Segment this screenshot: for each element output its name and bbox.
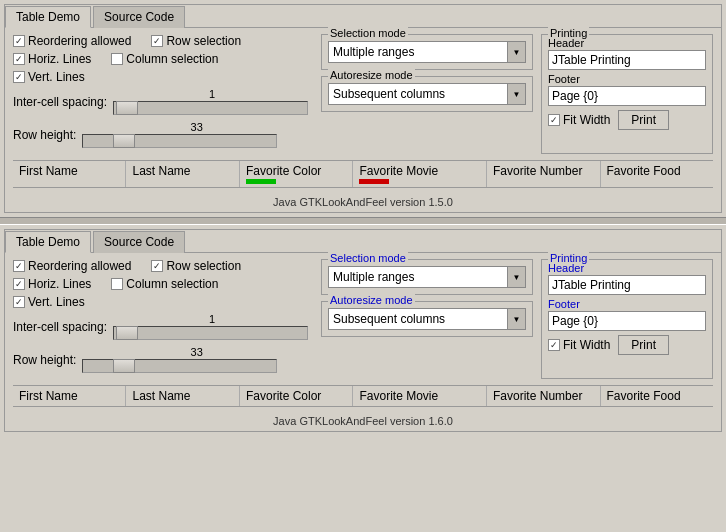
print-button-1[interactable]: Print [618,110,669,130]
footer-label-2: Footer [548,298,706,310]
vert-lines-checkbox-1[interactable]: Vert. Lines [13,70,85,84]
movie-indicator-1: Favorite Movie [359,164,480,178]
col-favmovie-1: Favorite Movie [353,161,487,187]
row-height-group-1: Row height: 33 [13,121,313,148]
col-selection-checkbox-2[interactable]: Column selection [111,277,218,291]
row-height-thumb-2[interactable] [113,359,135,373]
checkboxes-row3-1: Vert. Lines [13,70,313,84]
vert-lines-checkbox-2[interactable]: Vert. Lines [13,295,85,309]
selection-mode-arrow-2[interactable]: ▼ [507,267,525,287]
main-layout-1: Reordering allowed Row selection Horiz. … [13,34,713,154]
left-controls-2: Reordering allowed Row selection Horiz. … [13,259,313,379]
reordering-box-2[interactable] [13,260,25,272]
col-selection-box-2[interactable] [111,278,123,290]
fit-width-box-2[interactable] [548,339,560,351]
fit-width-box-1[interactable] [548,114,560,126]
vert-lines-box-2[interactable] [13,296,25,308]
checkboxes-row2-1: Horiz. Lines Column selection [13,52,313,66]
table-header-2: First Name Last Name Favorite Color Favo… [13,385,713,407]
col-firstname-2: First Name [13,386,126,406]
autoresize-mode-title-2: Autoresize mode [328,294,415,306]
footer-input-1[interactable] [548,86,706,106]
row-selection-box-1[interactable] [151,35,163,47]
movie-red-bar-1 [359,179,389,184]
printing-title-1: Printing [548,27,589,39]
col-selection-checkbox-1[interactable]: Column selection [111,52,218,66]
autoresize-mode-arrow-2[interactable]: ▼ [507,309,525,329]
selection-mode-arrow-1[interactable]: ▼ [507,42,525,62]
checkboxes-row3-2: Vert. Lines [13,295,313,309]
fit-width-checkbox-1[interactable]: Fit Width [548,113,610,127]
vert-lines-box-1[interactable] [13,71,25,83]
inter-cell-value-2: 1 [209,313,215,325]
print-button-2[interactable]: Print [618,335,669,355]
middle-controls-2: Selection mode Multiple ranges ▼ Autores… [321,259,533,379]
inter-cell-thumb-2[interactable] [116,326,138,340]
horiz-lines-checkbox-1[interactable]: Horiz. Lines [13,52,91,66]
row-height-value-2: 33 [191,346,203,358]
autoresize-mode-select-1[interactable]: Subsequent columns ▼ [328,83,526,105]
selection-mode-title-1: Selection mode [328,27,408,39]
tab-source-code-1[interactable]: Source Code [93,6,185,28]
col-lastname-1: Last Name [126,161,239,187]
tab-bar-1: Table Demo Source Code [5,5,721,28]
header-input-2[interactable] [548,275,706,295]
inter-cell-group-2: Inter-cell spacing: 1 [13,313,313,340]
inter-cell-slider-2[interactable] [113,326,308,340]
row-selection-checkbox-1[interactable]: Row selection [151,34,241,48]
autoresize-mode-select-2[interactable]: Subsequent columns ▼ [328,308,526,330]
tab-table-demo-2[interactable]: Table Demo [5,231,91,253]
row-height-slider-1[interactable] [82,134,277,148]
printing-title-2: Printing [548,252,589,264]
fit-width-checkbox-2[interactable]: Fit Width [548,338,610,352]
col-favcolor-1: Favorite Color [240,161,353,187]
horiz-lines-checkbox-2[interactable]: Horiz. Lines [13,277,91,291]
tab-source-code-2[interactable]: Source Code [93,231,185,253]
col-lastname-2: Last Name [126,386,239,406]
inter-cell-value-1: 1 [209,88,215,100]
printing-box-1: Printing Header Footer Fit Width Print [541,34,713,154]
row-selection-checkbox-2[interactable]: Row selection [151,259,241,273]
window-panel-1: Table Demo Source Code Reordering allowe… [4,4,722,213]
window-panel-2: Table Demo Source Code Reordering allowe… [4,229,722,432]
footer-input-2[interactable] [548,311,706,331]
main-layout-2: Reordering allowed Row selection Horiz. … [13,259,713,379]
horiz-lines-box-2[interactable] [13,278,25,290]
reordering-checkbox-1[interactable]: Reordering allowed [13,34,131,48]
row-height-thumb-1[interactable] [113,134,135,148]
reordering-checkbox-2[interactable]: Reordering allowed [13,259,131,273]
autoresize-mode-title-1: Autoresize mode [328,69,415,81]
selection-mode-select-2[interactable]: Multiple ranges ▼ [328,266,526,288]
col-favfood-2: Favorite Food [601,386,713,406]
reordering-box-1[interactable] [13,35,25,47]
inter-cell-slider-1[interactable] [113,101,308,115]
autoresize-mode-group-1: Autoresize mode Subsequent columns ▼ [321,76,533,112]
footer-field-row-2: Footer [548,298,706,331]
printing-bottom-2: Fit Width Print [548,335,706,355]
selection-mode-select-1[interactable]: Multiple ranges ▼ [328,41,526,63]
col-favnumber-2: Favorite Number [487,386,600,406]
header-field-row-1: Header [548,37,706,70]
color-bar-1 [246,179,276,184]
inter-cell-thumb-1[interactable] [116,101,138,115]
printing-box-2: Printing Header Footer Fit Width Print [541,259,713,379]
col-favmovie-2: Favorite Movie [353,386,487,406]
col-favnumber-1: Favorite Number [487,161,600,187]
checkboxes-row1-2: Reordering allowed Row selection [13,259,313,273]
left-controls-1: Reordering allowed Row selection Horiz. … [13,34,313,154]
autoresize-mode-arrow-1[interactable]: ▼ [507,84,525,104]
checkboxes-row2-2: Horiz. Lines Column selection [13,277,313,291]
panel-divider [0,217,726,225]
version-text-2: Java GTKLookAndFeel version 1.6.0 [5,413,721,431]
tab-table-demo-1[interactable]: Table Demo [5,6,91,28]
selection-mode-group-2: Selection mode Multiple ranges ▼ [321,259,533,295]
row-height-slider-2[interactable] [82,359,277,373]
autoresize-mode-group-2: Autoresize mode Subsequent columns ▼ [321,301,533,337]
row-selection-box-2[interactable] [151,260,163,272]
version-text-1: Java GTKLookAndFeel version 1.5.0 [5,194,721,212]
col-selection-box-1[interactable] [111,53,123,65]
printing-bottom-1: Fit Width Print [548,110,706,130]
header-input-1[interactable] [548,50,706,70]
inter-cell-group-1: Inter-cell spacing: 1 [13,88,313,115]
horiz-lines-box-1[interactable] [13,53,25,65]
